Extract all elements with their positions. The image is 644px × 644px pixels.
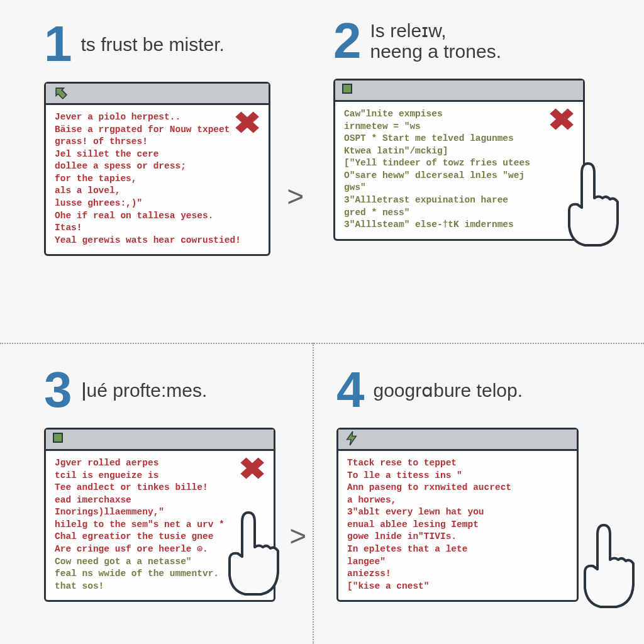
step-1-title: ts frust be mister. [81, 34, 225, 55]
step-4-title: googrɑbure telop. [374, 380, 523, 401]
square-icon [341, 83, 354, 98]
bolt-icon [345, 430, 358, 449]
pointer-hand-icon [569, 522, 644, 619]
step-3-body-main: Jgver rolled aerpes tcil is engueize is … [55, 458, 225, 554]
step-3: 3 ǀué profte:mes. ✖ Jgver rolled aerpes … [44, 365, 296, 602]
step-2-title: Is releɪw, neeng a trones. [370, 20, 502, 62]
vertical-divider [313, 343, 314, 644]
close-icon[interactable]: ✖ [233, 111, 261, 135]
step-1-number: 1 [44, 19, 70, 69]
step-1-panel-header [46, 84, 269, 105]
step-4-panel-header [338, 430, 577, 451]
step-1: 1 ts frust be mister. ✖ Jever a piolo he… [44, 19, 283, 256]
step-4-number: 4 [336, 365, 362, 415]
arrow-right-icon: > [287, 182, 304, 215]
step-4-body: Ttack rese to teppet To lle a titess ins… [338, 451, 577, 600]
step-2: 2 Is releɪw, neeng a trones. ✖ Caw"lnite… [333, 16, 597, 241]
step-4: 4 googrɑbure telop. Ttack rese to teppet… [336, 365, 613, 602]
step-4-header: 4 googrɑbure telop. [336, 365, 613, 415]
close-icon[interactable]: ✖ [548, 108, 575, 132]
svg-rect-1 [53, 433, 62, 442]
step-3-number: 3 [44, 365, 70, 415]
step-2-body: Caw"lnite exmpises irnmetew = "ws OSPT *… [335, 102, 583, 239]
step-2-panel: ✖ Caw"lnite exmpises irnmetew = "ws OSPT… [333, 79, 585, 241]
step-1-panel: ✖ Jever a piolo herpest.. Bäise a rrgpat… [44, 82, 270, 256]
back-arrow-icon[interactable] [52, 84, 69, 103]
horizontal-divider [0, 343, 644, 344]
close-icon[interactable]: ✖ [238, 457, 266, 481]
step-2-panel-header [335, 80, 583, 102]
step-2-number: 2 [333, 16, 359, 66]
step-3-panel-header [46, 430, 274, 451]
step-3-title: ǀué profte:mes. [81, 380, 208, 401]
step-2-header: 2 Is releɪw, neeng a trones. [333, 16, 597, 66]
step-1-header: 1 ts frust be mister. [44, 19, 283, 69]
arrow-right-icon: > [289, 522, 307, 555]
square-icon [52, 432, 65, 447]
step-3-panel: ✖ Jgver rolled aerpes tcil is engueize i… [44, 428, 275, 602]
step-4-panel: Ttack rese to teppet To lle a titess ins… [336, 428, 579, 602]
step-3-body-alt: Cow need got a a netasse" feal ns wwide … [55, 557, 219, 591]
svg-rect-0 [343, 84, 352, 93]
step-3-header: 3 ǀué profte:mes. [44, 365, 296, 415]
